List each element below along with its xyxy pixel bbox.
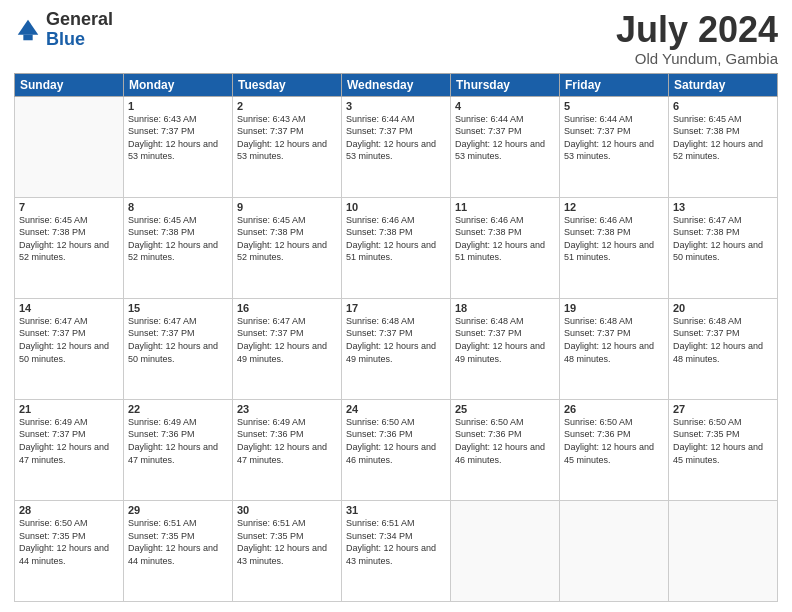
month-title: July 2024 — [616, 10, 778, 50]
day-number: 25 — [455, 403, 555, 415]
sunset: Sunset: 7:38 PM — [346, 227, 413, 237]
day-info: Sunrise: 6:44 AM Sunset: 7:37 PM Dayligh… — [346, 113, 446, 163]
calendar-header-row: SundayMondayTuesdayWednesdayThursdayFrid… — [15, 73, 778, 96]
day-number: 20 — [673, 302, 773, 314]
day-info: Sunrise: 6:47 AM Sunset: 7:38 PM Dayligh… — [673, 214, 773, 264]
day-info: Sunrise: 6:49 AM Sunset: 7:36 PM Dayligh… — [237, 416, 337, 466]
daylight: Daylight: 12 hours and 47 minutes. — [19, 442, 109, 465]
calendar-header-wednesday: Wednesday — [342, 73, 451, 96]
daylight: Daylight: 12 hours and 53 minutes. — [128, 139, 218, 162]
day-number: 19 — [564, 302, 664, 314]
sunrise: Sunrise: 6:45 AM — [19, 215, 88, 225]
daylight: Daylight: 12 hours and 47 minutes. — [128, 442, 218, 465]
calendar-cell: 19 Sunrise: 6:48 AM Sunset: 7:37 PM Dayl… — [560, 298, 669, 399]
svg-rect-1 — [23, 34, 32, 40]
calendar-cell: 24 Sunrise: 6:50 AM Sunset: 7:36 PM Dayl… — [342, 399, 451, 500]
sunrise: Sunrise: 6:47 AM — [673, 215, 742, 225]
sunrise: Sunrise: 6:47 AM — [19, 316, 88, 326]
calendar-cell: 4 Sunrise: 6:44 AM Sunset: 7:37 PM Dayli… — [451, 96, 560, 197]
calendar-cell: 31 Sunrise: 6:51 AM Sunset: 7:34 PM Dayl… — [342, 500, 451, 601]
day-info: Sunrise: 6:44 AM Sunset: 7:37 PM Dayligh… — [564, 113, 664, 163]
calendar-cell: 15 Sunrise: 6:47 AM Sunset: 7:37 PM Dayl… — [124, 298, 233, 399]
sunset: Sunset: 7:37 PM — [346, 126, 413, 136]
sunrise: Sunrise: 6:46 AM — [564, 215, 633, 225]
day-number: 9 — [237, 201, 337, 213]
daylight: Daylight: 12 hours and 53 minutes. — [237, 139, 327, 162]
calendar-cell: 27 Sunrise: 6:50 AM Sunset: 7:35 PM Dayl… — [669, 399, 778, 500]
sunrise: Sunrise: 6:50 AM — [673, 417, 742, 427]
day-number: 29 — [128, 504, 228, 516]
logo-text: General Blue — [46, 10, 113, 50]
calendar-cell: 8 Sunrise: 6:45 AM Sunset: 7:38 PM Dayli… — [124, 197, 233, 298]
day-info: Sunrise: 6:43 AM Sunset: 7:37 PM Dayligh… — [128, 113, 228, 163]
calendar-cell: 13 Sunrise: 6:47 AM Sunset: 7:38 PM Dayl… — [669, 197, 778, 298]
daylight: Daylight: 12 hours and 48 minutes. — [564, 341, 654, 364]
daylight: Daylight: 12 hours and 46 minutes. — [346, 442, 436, 465]
calendar-cell: 7 Sunrise: 6:45 AM Sunset: 7:38 PM Dayli… — [15, 197, 124, 298]
sunrise: Sunrise: 6:50 AM — [564, 417, 633, 427]
sunrise: Sunrise: 6:51 AM — [128, 518, 197, 528]
sunrise: Sunrise: 6:51 AM — [237, 518, 306, 528]
calendar-cell: 11 Sunrise: 6:46 AM Sunset: 7:38 PM Dayl… — [451, 197, 560, 298]
day-info: Sunrise: 6:46 AM Sunset: 7:38 PM Dayligh… — [455, 214, 555, 264]
calendar-header-friday: Friday — [560, 73, 669, 96]
sunrise: Sunrise: 6:48 AM — [673, 316, 742, 326]
daylight: Daylight: 12 hours and 52 minutes. — [673, 139, 763, 162]
day-info: Sunrise: 6:48 AM Sunset: 7:37 PM Dayligh… — [673, 315, 773, 365]
sunrise: Sunrise: 6:46 AM — [455, 215, 524, 225]
calendar-week-row: 14 Sunrise: 6:47 AM Sunset: 7:37 PM Dayl… — [15, 298, 778, 399]
sunset: Sunset: 7:35 PM — [19, 531, 86, 541]
sunset: Sunset: 7:37 PM — [128, 126, 195, 136]
daylight: Daylight: 12 hours and 53 minutes. — [346, 139, 436, 162]
sunrise: Sunrise: 6:49 AM — [128, 417, 197, 427]
sunset: Sunset: 7:37 PM — [128, 328, 195, 338]
day-info: Sunrise: 6:43 AM Sunset: 7:37 PM Dayligh… — [237, 113, 337, 163]
calendar-cell: 10 Sunrise: 6:46 AM Sunset: 7:38 PM Dayl… — [342, 197, 451, 298]
day-number: 1 — [128, 100, 228, 112]
daylight: Daylight: 12 hours and 52 minutes. — [19, 240, 109, 263]
sunset: Sunset: 7:35 PM — [128, 531, 195, 541]
sunset: Sunset: 7:36 PM — [128, 429, 195, 439]
day-number: 5 — [564, 100, 664, 112]
calendar-week-row: 28 Sunrise: 6:50 AM Sunset: 7:35 PM Dayl… — [15, 500, 778, 601]
daylight: Daylight: 12 hours and 49 minutes. — [455, 341, 545, 364]
day-info: Sunrise: 6:49 AM Sunset: 7:37 PM Dayligh… — [19, 416, 119, 466]
sunset: Sunset: 7:38 PM — [455, 227, 522, 237]
calendar-week-row: 1 Sunrise: 6:43 AM Sunset: 7:37 PM Dayli… — [15, 96, 778, 197]
daylight: Daylight: 12 hours and 43 minutes. — [346, 543, 436, 566]
day-number: 31 — [346, 504, 446, 516]
sunrise: Sunrise: 6:46 AM — [346, 215, 415, 225]
calendar-cell: 30 Sunrise: 6:51 AM Sunset: 7:35 PM Dayl… — [233, 500, 342, 601]
day-info: Sunrise: 6:47 AM Sunset: 7:37 PM Dayligh… — [128, 315, 228, 365]
calendar-header-tuesday: Tuesday — [233, 73, 342, 96]
svg-marker-0 — [18, 20, 39, 35]
sunset: Sunset: 7:35 PM — [237, 531, 304, 541]
day-number: 4 — [455, 100, 555, 112]
day-number: 12 — [564, 201, 664, 213]
sunset: Sunset: 7:37 PM — [455, 126, 522, 136]
daylight: Daylight: 12 hours and 49 minutes. — [346, 341, 436, 364]
calendar-cell: 12 Sunrise: 6:46 AM Sunset: 7:38 PM Dayl… — [560, 197, 669, 298]
day-number: 16 — [237, 302, 337, 314]
sunset: Sunset: 7:37 PM — [19, 429, 86, 439]
calendar-cell: 22 Sunrise: 6:49 AM Sunset: 7:36 PM Dayl… — [124, 399, 233, 500]
day-number: 6 — [673, 100, 773, 112]
sunset: Sunset: 7:38 PM — [128, 227, 195, 237]
day-number: 3 — [346, 100, 446, 112]
calendar-cell: 28 Sunrise: 6:50 AM Sunset: 7:35 PM Dayl… — [15, 500, 124, 601]
day-info: Sunrise: 6:50 AM Sunset: 7:35 PM Dayligh… — [19, 517, 119, 567]
sunrise: Sunrise: 6:50 AM — [455, 417, 524, 427]
calendar-header-monday: Monday — [124, 73, 233, 96]
day-info: Sunrise: 6:45 AM Sunset: 7:38 PM Dayligh… — [19, 214, 119, 264]
day-info: Sunrise: 6:45 AM Sunset: 7:38 PM Dayligh… — [673, 113, 773, 163]
calendar-cell: 26 Sunrise: 6:50 AM Sunset: 7:36 PM Dayl… — [560, 399, 669, 500]
day-info: Sunrise: 6:50 AM Sunset: 7:36 PM Dayligh… — [564, 416, 664, 466]
day-info: Sunrise: 6:45 AM Sunset: 7:38 PM Dayligh… — [128, 214, 228, 264]
logo: General Blue — [14, 10, 113, 50]
sunset: Sunset: 7:36 PM — [455, 429, 522, 439]
daylight: Daylight: 12 hours and 50 minutes. — [19, 341, 109, 364]
sunrise: Sunrise: 6:49 AM — [237, 417, 306, 427]
daylight: Daylight: 12 hours and 52 minutes. — [128, 240, 218, 263]
sunrise: Sunrise: 6:47 AM — [128, 316, 197, 326]
day-number: 7 — [19, 201, 119, 213]
